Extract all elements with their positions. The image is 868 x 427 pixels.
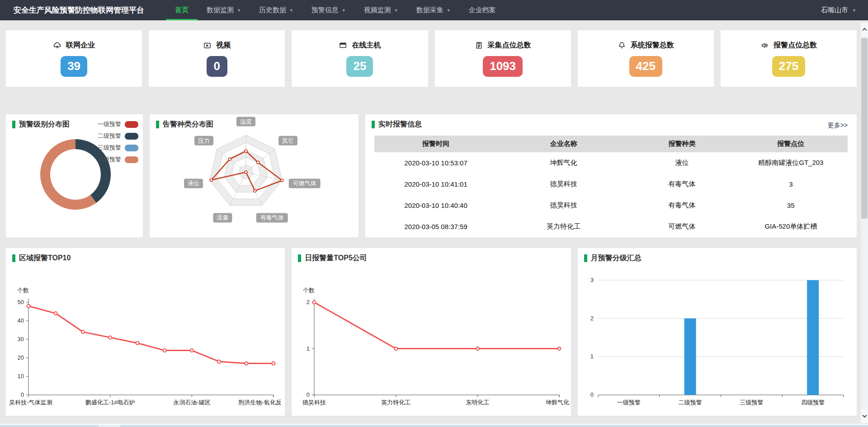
- svg-text:荆洪生物-氧化反: 荆洪生物-氧化反: [238, 399, 281, 406]
- title-marker: [372, 121, 375, 128]
- cloud-link-icon: [53, 41, 61, 50]
- stat-card-label: 在线主机: [352, 41, 381, 50]
- nav-item-label: 预警信息: [311, 6, 339, 14]
- middle-row: 预警级别分布图 一级预警 二级预警 三级预警 四级预警: [6, 114, 857, 237]
- legend-swatch: [125, 156, 138, 163]
- svg-text:坤辉气化: 坤辉气化: [545, 399, 569, 406]
- nav-item-enterprise-archive[interactable]: 企业档案: [460, 0, 505, 20]
- horizontal-scrollbar-thumb[interactable]: [99, 425, 120, 427]
- title-marker: [298, 254, 301, 262]
- svg-text:其它: 其它: [282, 137, 294, 144]
- chevron-down-icon: ▼: [447, 8, 451, 13]
- stat-card-row: 联网企业 39 视频 0: [6, 30, 857, 87]
- table-row[interactable]: 2020-03-10 10:41:01 德昊科技 有毒气体 3: [374, 174, 848, 195]
- svg-text:流量: 流量: [217, 214, 228, 221]
- nav-item-label: 首页: [175, 6, 189, 14]
- nav-item-data-collection[interactable]: 数据采集 ▼: [407, 0, 460, 20]
- nav-item-label: 数据监测: [207, 6, 234, 14]
- alarm-table: 报警时间 企业名称 报警种类 报警点位 2020-03-10 10:53:07 …: [374, 136, 848, 237]
- nav-item-data-monitor[interactable]: 数据监测 ▼: [198, 0, 250, 20]
- region-selector[interactable]: 石嘴山市 ▼: [821, 0, 856, 20]
- legend-item[interactable]: 二级预警: [98, 132, 138, 140]
- bottom-scroll-strip[interactable]: [0, 424, 868, 427]
- panel-title: 告警种类分布图: [156, 120, 213, 129]
- stat-value-badge: 1093: [483, 56, 523, 77]
- panel-realtime-alarms: 实时报警信息 更多>> 报警时间 企业名称 报警种类 报警点位 2020-03-…: [365, 114, 857, 237]
- scroll-down-button[interactable]: [861, 409, 868, 423]
- stat-card-label: 系统报警总数: [631, 41, 674, 50]
- svg-text:40: 40: [18, 317, 24, 324]
- svg-text:30: 30: [18, 336, 24, 343]
- nav-item-video-monitor[interactable]: 视频监测 ▼: [355, 0, 407, 20]
- svg-text:3: 3: [590, 277, 593, 283]
- nav-item-history-data[interactable]: 历史数据 ▼: [250, 0, 302, 20]
- daily-top5-line-chart: 012个数德昊科技英力特化工东明化工坤辉气化: [292, 248, 571, 416]
- svg-text:有毒气体: 有毒气体: [260, 214, 284, 221]
- panel-title: 月预警分级汇总: [584, 253, 642, 263]
- stat-value-badge: 275: [772, 56, 805, 77]
- bottom-row: 区域报警TOP10 01020304050个数昊科技-气体监测鹏盛化工-1#电石…: [6, 248, 857, 416]
- stat-value-badge: 425: [629, 56, 662, 77]
- svg-text:2: 2: [590, 315, 593, 322]
- vertical-scrollbar[interactable]: [861, 23, 868, 423]
- chevron-down-icon: ▼: [852, 8, 856, 13]
- table-row[interactable]: 2020-03-10 10:53:07 坤辉气化 液位 精醇南罐液位GT_203: [374, 152, 848, 174]
- svg-text:可燃气体: 可燃气体: [293, 180, 316, 187]
- svg-text:一级预警: 一级预警: [617, 399, 641, 406]
- svg-text:液位: 液位: [188, 180, 199, 187]
- legend-swatch: [125, 145, 138, 151]
- scroll-up-button[interactable]: [861, 23, 868, 36]
- clipboard-icon: [475, 41, 483, 50]
- stat-card-system-alarms: 系统报警总数 425: [578, 30, 714, 87]
- nav-item-label: 数据采集: [416, 6, 443, 14]
- nav-bar: 安全生产风险预警防控物联网管理平台 首页 数据监测 ▼ 历史数据 ▼ 预警信息 …: [0, 0, 868, 20]
- video-icon: [203, 41, 212, 50]
- svg-text:昊科技-气体监测: 昊科技-气体监测: [9, 399, 52, 406]
- scrollbar-thumb[interactable]: [861, 38, 868, 219]
- radar-chart: 温度其它可燃气体有毒气体流量液位压力: [150, 114, 359, 237]
- stat-card-label: 报警点位总数: [774, 41, 817, 50]
- table-row[interactable]: 2020-03-10 10:40:40 德昊科技 有毒气体 35: [374, 195, 848, 216]
- legend-item[interactable]: 三级预警: [98, 144, 138, 152]
- svg-text:东明化工: 东明化工: [466, 399, 490, 406]
- region-label: 石嘴山市: [821, 6, 848, 14]
- panel-title: 预警级别分布图: [12, 120, 70, 129]
- more-link[interactable]: 更多>>: [828, 122, 848, 130]
- panel-monthly-alert-summary: 月预警分级汇总 0123一级预警二级预警三级预警四级预警: [578, 248, 857, 416]
- chevron-down-icon: ▼: [289, 8, 293, 13]
- stat-value-badge: 39: [61, 56, 87, 77]
- app-title: 安全生产风险预警防控物联网管理平台: [14, 0, 144, 20]
- panel-alert-level-distribution: 预警级别分布图 一级预警 二级预警 三级预警 四级预警: [6, 114, 143, 237]
- svg-text:1: 1: [590, 353, 593, 360]
- panel-alarm-type-distribution: 告警种类分布图 温度其它可燃气体有毒气体流量液位压力: [150, 114, 359, 237]
- title-marker: [156, 121, 159, 128]
- svg-text:20: 20: [18, 354, 24, 361]
- nav-item-label: 视频监测: [364, 6, 391, 14]
- table-row[interactable]: 2020-03-05 08:37:59 英力特化工 可燃气体 GIA-520单体…: [374, 216, 848, 237]
- nav-item-home[interactable]: 首页: [166, 0, 198, 20]
- svg-text:个数: 个数: [17, 287, 29, 294]
- nav-menu: 首页 数据监测 ▼ 历史数据 ▼ 预警信息 ▼ 视频监测 ▼ 数据采集 ▼ 企业…: [166, 0, 505, 20]
- stat-card-online-hosts: 在线主机 25: [292, 30, 428, 87]
- monthly-summary-bar-chart: 0123一级预警二级预警三级预警四级预警: [578, 248, 857, 416]
- title-marker: [12, 254, 15, 262]
- nav-item-alert-info[interactable]: 预警信息 ▼: [302, 0, 355, 20]
- title-marker: [12, 121, 15, 128]
- legend-item[interactable]: 一级预警: [98, 120, 138, 128]
- svg-text:英力特化工: 英力特化工: [381, 399, 410, 406]
- svg-text:鹏盛化工-1#电石炉: 鹏盛化工-1#电石炉: [85, 399, 135, 406]
- svg-text:10: 10: [18, 373, 24, 380]
- svg-text:0: 0: [307, 391, 310, 398]
- panel-daily-alarm-top5: 日报警量TOP5公司 012个数德昊科技英力特化工东明化工坤辉气化: [292, 248, 571, 416]
- stat-card-connected-enterprises: 联网企业 39: [6, 30, 142, 87]
- panel-region-alarm-top10: 区域报警TOP10 01020304050个数昊科技-气体监测鹏盛化工-1#电石…: [6, 248, 285, 416]
- stat-card-label: 采集点位总数: [488, 41, 531, 50]
- speaker-icon: [760, 41, 769, 50]
- svg-text:0: 0: [21, 391, 24, 398]
- stat-card-video: 视频 0: [149, 30, 285, 87]
- stat-card-collection-points: 采集点位总数 1093: [435, 30, 571, 87]
- chevron-down-icon: ▼: [394, 8, 398, 13]
- svg-text:三级预警: 三级预警: [740, 399, 763, 406]
- chevron-up-icon: [862, 28, 867, 33]
- legend-item[interactable]: 四级预警: [98, 155, 138, 164]
